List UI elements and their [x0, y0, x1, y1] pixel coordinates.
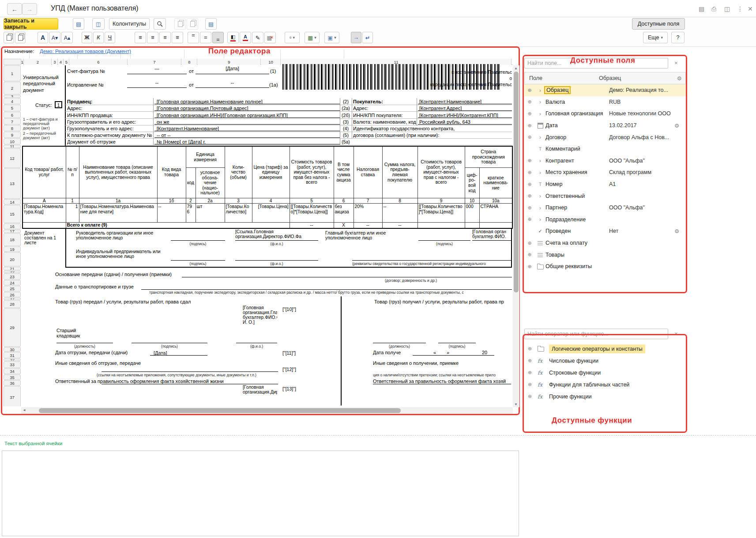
purpose-link[interactable]: Демо: Реализация товаров (Документ): [40, 49, 131, 54]
field-settings-gear-icon[interactable]: ⚙: [674, 228, 686, 235]
field-row-Дата[interactable]: ⊕Дата13.02.2017⚙: [524, 120, 686, 132]
col-header-1[interactable]: 1: [21, 59, 24, 65]
col-header-9[interactable]: 9: [198, 59, 261, 65]
valign-bottom-button[interactable]: =: [212, 32, 224, 43]
scroll-left-icon[interactable]: ◄: [23, 408, 26, 412]
row-header-17[interactable]: 17: [4, 230, 21, 233]
expand-plus-icon[interactable]: ⊕: [524, 252, 535, 258]
available-fields-button[interactable]: Доступные поля: [632, 18, 685, 30]
field-row-Партнер[interactable]: ⊕›ПартнерООО "Альфа": [524, 202, 686, 214]
bold-button[interactable]: Ж: [82, 32, 92, 43]
row-header-16[interactable]: 16: [4, 224, 21, 229]
field-row-Валюта[interactable]: ⊕›ВалютаRUB: [524, 96, 686, 108]
expand-plus-icon[interactable]: ⊕: [528, 358, 538, 364]
row-header-31[interactable]: 31: [4, 352, 21, 358]
status-cell[interactable]: 1: [55, 101, 62, 108]
vertical-scrollbar[interactable]: ▲ ▼: [513, 65, 519, 407]
row-header-35[interactable]: 35: [4, 375, 21, 380]
field-row-Договор[interactable]: ⊕›ДоговорДоговор Альфа с Нов...: [524, 131, 686, 143]
field-row-Образец[interactable]: ⊕›ОбразецДемо: Реализация то...: [524, 84, 686, 96]
row-header-24[interactable]: 24: [4, 280, 21, 285]
font-increase-button[interactable]: А▴: [61, 32, 73, 43]
save-button[interactable]: ▤: [73, 18, 84, 30]
col-header-2[interactable]: 2: [24, 59, 52, 65]
row-header-30[interactable]: 30: [4, 347, 21, 352]
find-button[interactable]: [154, 18, 166, 30]
goods-cell-2[interactable]: [Товары.Номенклатура.Наименование для пе…: [79, 204, 157, 223]
align-left-button[interactable]: ≡: [135, 32, 146, 43]
back-button[interactable]: ←: [7, 3, 22, 15]
fill-color-button[interactable]: ◧: [227, 32, 239, 43]
expand-plus-icon[interactable]: ⊕: [524, 240, 535, 246]
expand-plus-icon[interactable]: ⊕: [524, 264, 535, 269]
cell-text-editor[interactable]: [2, 451, 519, 536]
goods-data-row[interactable]: [Товары.Номенклатура.Код]1[Товары.Номенк…: [23, 204, 512, 223]
field-row-Проведен[interactable]: ✓ПроведенНет⚙: [524, 225, 686, 237]
field-row-Ответственный[interactable]: ⊕›Ответственный: [524, 190, 686, 202]
expand-plus-icon[interactable]: ⊕: [524, 87, 535, 93]
row-header-36[interactable]: 36: [4, 380, 21, 386]
field-row-Номер[interactable]: ⊕ТНомерА1: [524, 178, 686, 190]
close-icon[interactable]: ✕: [748, 5, 753, 12]
col-header-3[interactable]: 3: [52, 59, 58, 65]
row-header-1[interactable]: 1: [4, 65, 21, 81]
seller-value-2[interactable]: [Головная организация.ИНН]/[Головная орг…: [157, 113, 339, 118]
seller-value-4[interactable]: [Контрагент.Наименование]: [157, 126, 339, 132]
expand-plus-icon[interactable]: ⊕: [524, 216, 535, 222]
invoice-number-cell[interactable]: ---: [127, 66, 187, 74]
save-and-close-button[interactable]: Записать и закрыть: [4, 18, 58, 30]
row-header-6[interactable]: 6: [4, 112, 21, 118]
col-header-10[interactable]: 10: [261, 59, 281, 65]
accountant-fio-cell[interactable]: [Головная орган бухгалтер.ФИО.: [472, 229, 512, 240]
buyer-value-1[interactable]: [Контрагент.Адрес]: [419, 106, 512, 111]
more-button[interactable]: Еще▾: [643, 32, 668, 43]
fields-settings-gear-icon[interactable]: ⚙: [677, 75, 682, 82]
font-button[interactable]: А: [38, 32, 48, 43]
goods-cell-11[interactable]: --: [382, 204, 417, 223]
expand-plus-icon[interactable]: ⊕: [524, 205, 535, 211]
indent-button[interactable]: →: [351, 32, 361, 43]
goods-cell-0[interactable]: [Товары.Номенклатура.Код]: [23, 204, 66, 223]
field-row-Контрагент[interactable]: ⊕›КонтрагентООО "Альфа": [524, 155, 686, 167]
scroll-down-icon[interactable]: ▼: [514, 402, 518, 406]
font-decrease-button[interactable]: А▾: [49, 32, 60, 43]
align-justify-button[interactable]: ≡: [172, 32, 183, 43]
expand-plus-icon[interactable]: ⊕: [528, 370, 538, 375]
seller-value-5[interactable]: -- от --: [157, 133, 339, 138]
expand-plus-icon[interactable]: ⊕: [524, 193, 535, 199]
seller-value-3[interactable]: он же: [157, 119, 339, 125]
ship-date-cell[interactable]: [Дата]: [154, 350, 167, 356]
underline-button[interactable]: Ч: [105, 32, 115, 43]
row-header-27[interactable]: 27: [4, 298, 21, 300]
paste-button[interactable]: [4, 32, 14, 43]
print-icon[interactable]: ⎙: [711, 5, 716, 13]
headers-footers-button[interactable]: Колонтитулы: [109, 18, 150, 30]
goods-cell-5[interactable]: шт: [196, 204, 225, 223]
field-row-Счета на оплату[interactable]: ⊕Счета на оплату: [524, 237, 686, 249]
copy-style-button[interactable]: [15, 32, 26, 43]
row-header-13[interactable]: 13: [4, 168, 21, 199]
fields-search-clear-icon[interactable]: ×: [674, 60, 678, 66]
goods-cell-7[interactable]: [Товары.Цена]: [252, 204, 290, 223]
col-header-8[interactable]: 8: [182, 59, 197, 65]
row-header-5[interactable]: 5: [4, 105, 21, 111]
col-header-6[interactable]: 6: [70, 59, 128, 65]
align-right-button[interactable]: ≡: [159, 32, 171, 43]
row-headers[interactable]: 1234567891011121314151617181920212223242…: [4, 65, 21, 406]
goods-cell-4[interactable]: 796: [186, 204, 196, 223]
function-item-3[interactable]: ⊕fxФункции для табличных частей: [528, 379, 683, 390]
invoice-date-cell[interactable]: [Дата]: [196, 66, 269, 74]
field-settings-gear-icon[interactable]: ⚙: [674, 122, 686, 129]
row-header-32[interactable]: 32: [4, 359, 21, 361]
seller-value-6[interactable]: № [Номер] от [Дата] г.: [157, 139, 339, 145]
row-header-37[interactable]: 37: [4, 386, 21, 406]
text-color-button[interactable]: А: [240, 32, 251, 43]
seller-value-1[interactable]: [Головная организация.Почтовый адрес]: [157, 106, 339, 111]
goods-cell-8[interactable]: [[Товары.Количество]*[Товары.Цена]]: [290, 204, 334, 223]
row-header-26[interactable]: 26: [4, 292, 21, 297]
expand-plus-icon[interactable]: ⊕: [528, 346, 538, 352]
row-header-8[interactable]: 8: [4, 125, 21, 131]
forward-button[interactable]: →: [22, 3, 37, 15]
col-header-4[interactable]: 4: [58, 59, 64, 65]
goods-cell-12[interactable]: [[Товары.Количество]*[Товары.Цена]]: [417, 204, 465, 223]
